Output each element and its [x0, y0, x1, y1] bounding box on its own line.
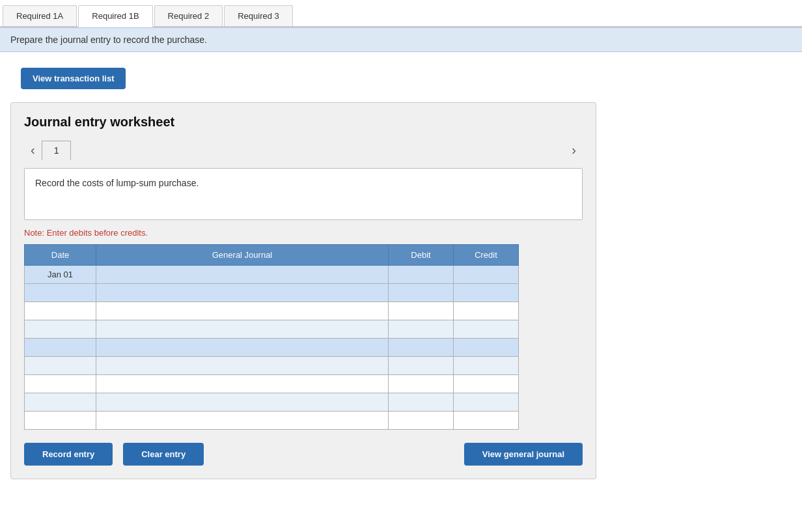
- table-row: [25, 375, 519, 393]
- debit-input[interactable]: [389, 302, 453, 320]
- journal-cell[interactable]: [96, 266, 389, 284]
- journal-cell[interactable]: [96, 393, 389, 412]
- credit-cell[interactable]: [454, 375, 519, 393]
- debit-cell[interactable]: [389, 412, 454, 430]
- debit-cell[interactable]: [389, 393, 454, 412]
- debit-input[interactable]: [389, 339, 453, 356]
- record-entry-button[interactable]: Record entry: [24, 443, 113, 466]
- date-cell: [25, 339, 96, 357]
- debit-cell[interactable]: [389, 357, 454, 375]
- date-cell: Jan 01: [25, 266, 96, 284]
- clear-entry-button[interactable]: Clear entry: [123, 443, 204, 466]
- journal-table: Date General Journal Debit Credit Jan 01: [24, 244, 519, 430]
- credit-cell[interactable]: [454, 412, 519, 430]
- journal-worksheet: Journal entry worksheet ‹ 1 › Record the…: [10, 102, 596, 479]
- debit-input[interactable]: [389, 284, 453, 301]
- journal-input[interactable]: [96, 357, 388, 374]
- entry-description-box: Record the costs of lump-sum purchase.: [24, 168, 583, 220]
- credit-input[interactable]: [454, 266, 518, 283]
- col-header-date: Date: [25, 245, 96, 266]
- next-page-button[interactable]: ›: [565, 140, 583, 160]
- credit-cell[interactable]: [454, 284, 519, 302]
- tab-required3[interactable]: Required 3: [224, 5, 293, 26]
- journal-input[interactable]: [96, 375, 388, 393]
- credit-cell[interactable]: [454, 339, 519, 357]
- journal-input[interactable]: [96, 266, 388, 283]
- date-cell: [25, 412, 96, 430]
- table-row: Jan 01: [25, 266, 519, 284]
- journal-input[interactable]: [96, 302, 388, 320]
- journal-input[interactable]: [96, 393, 388, 411]
- credit-input[interactable]: [454, 375, 518, 393]
- journal-cell[interactable]: [96, 375, 389, 393]
- page-number: 1: [42, 141, 72, 160]
- debit-input[interactable]: [389, 357, 453, 374]
- table-row: [25, 357, 519, 375]
- table-row: [25, 393, 519, 412]
- date-cell: [25, 375, 96, 393]
- credit-cell[interactable]: [454, 393, 519, 412]
- table-row: [25, 320, 519, 339]
- credit-cell[interactable]: [454, 357, 519, 375]
- action-buttons-row: Record entry Clear entry View general jo…: [24, 443, 583, 466]
- debit-input[interactable]: [389, 266, 453, 283]
- journal-input[interactable]: [96, 320, 388, 338]
- instruction-text: Prepare the journal entry to record the …: [10, 35, 207, 45]
- credit-cell[interactable]: [454, 320, 519, 339]
- date-cell: [25, 357, 96, 375]
- credit-input[interactable]: [454, 284, 518, 301]
- worksheet-nav: ‹ 1 ›: [24, 140, 583, 160]
- debit-input[interactable]: [389, 320, 453, 338]
- journal-input[interactable]: [96, 412, 388, 429]
- debit-cell[interactable]: [389, 284, 454, 302]
- table-row: [25, 302, 519, 320]
- credit-input[interactable]: [454, 412, 518, 429]
- date-cell: [25, 284, 96, 302]
- journal-cell[interactable]: [96, 339, 389, 357]
- journal-cell[interactable]: [96, 412, 389, 430]
- debit-cell[interactable]: [389, 320, 454, 339]
- prev-page-button[interactable]: ‹: [24, 140, 42, 160]
- journal-input[interactable]: [96, 284, 388, 301]
- worksheet-title: Journal entry worksheet: [24, 115, 583, 130]
- tab-required2[interactable]: Required 2: [154, 5, 223, 26]
- date-cell: [25, 393, 96, 412]
- journal-input[interactable]: [96, 339, 388, 356]
- debit-credit-note: Note: Enter debits before credits.: [24, 228, 583, 238]
- debit-cell[interactable]: [389, 375, 454, 393]
- table-row: [25, 339, 519, 357]
- view-transaction-button[interactable]: View transaction list: [21, 68, 126, 89]
- date-cell: [25, 320, 96, 339]
- table-row: [25, 412, 519, 430]
- credit-input[interactable]: [454, 302, 518, 320]
- col-header-journal: General Journal: [96, 245, 389, 266]
- credit-input[interactable]: [454, 393, 518, 411]
- instruction-bar: Prepare the journal entry to record the …: [0, 27, 802, 52]
- debit-cell[interactable]: [389, 302, 454, 320]
- journal-cell[interactable]: [96, 357, 389, 375]
- col-header-credit: Credit: [454, 245, 519, 266]
- entry-description-text: Record the costs of lump-sum purchase.: [35, 178, 199, 188]
- debit-cell[interactable]: [389, 339, 454, 357]
- table-row: [25, 284, 519, 302]
- debit-input[interactable]: [389, 393, 453, 411]
- view-general-journal-button[interactable]: View general journal: [464, 443, 583, 466]
- debit-input[interactable]: [389, 375, 453, 393]
- tab-required1b[interactable]: Required 1B: [78, 5, 152, 27]
- journal-cell[interactable]: [96, 320, 389, 339]
- debit-cell[interactable]: [389, 266, 454, 284]
- tab-required1a[interactable]: Required 1A: [3, 5, 77, 26]
- credit-input[interactable]: [454, 357, 518, 374]
- journal-cell[interactable]: [96, 302, 389, 320]
- credit-input[interactable]: [454, 320, 518, 338]
- credit-cell[interactable]: [454, 266, 519, 284]
- col-header-debit: Debit: [389, 245, 454, 266]
- debit-input[interactable]: [389, 412, 453, 429]
- date-cell: [25, 302, 96, 320]
- credit-input[interactable]: [454, 339, 518, 356]
- credit-cell[interactable]: [454, 302, 519, 320]
- tabs-bar: Required 1A Required 1B Required 2 Requi…: [0, 0, 802, 27]
- journal-cell[interactable]: [96, 284, 389, 302]
